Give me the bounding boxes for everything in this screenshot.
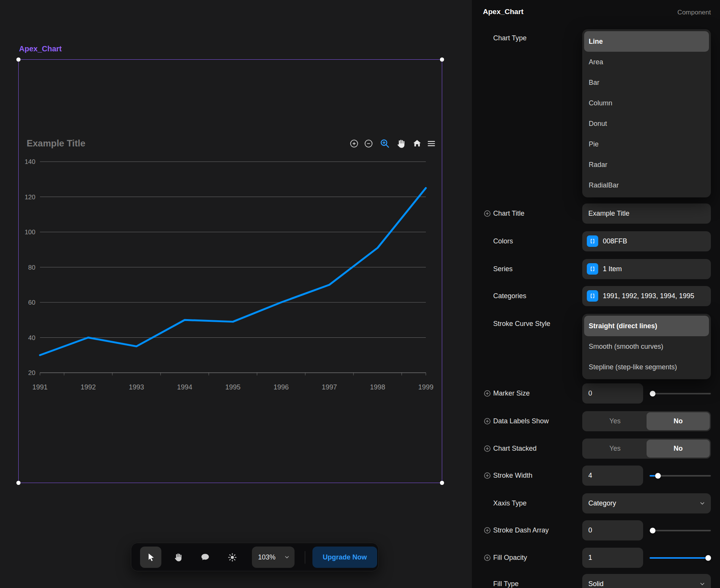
hand-tool-button[interactable] [169,549,186,566]
slider-thumb[interactable] [650,391,655,396]
upgrade-now-button[interactable]: Upgrade Now [312,547,377,568]
y-axis-label: 120 [25,194,35,201]
marker-size-input[interactable]: 0 [582,383,643,404]
chart-type-option[interactable]: Radar [584,154,709,175]
resize-handle-top-left[interactable] [16,57,21,62]
selection-zoom-icon[interactable] [379,138,390,149]
series-array-control[interactable]: 1 Item [582,259,711,279]
stroke-dash-array-slider[interactable] [650,520,711,540]
stroke-curve-option[interactable]: Smooth (smooth curves) [584,336,709,357]
slider-thumb[interactable] [655,473,661,478]
slider-thumb[interactable] [705,555,711,561]
fill-type-row: Fill Type Solid [472,574,720,588]
toggle-option-yes[interactable]: Yes [583,412,647,430]
chart-type-option[interactable]: Donut [584,113,709,134]
xaxis-type-label: Xaxis Type [493,493,527,513]
toggle-option-no[interactable]: No [647,412,710,430]
add-override-icon[interactable] [484,445,491,452]
array-icon [587,263,598,275]
add-override-icon[interactable] [484,390,491,397]
chart-type-label: Chart Type [493,28,527,48]
fill-opacity-label: Fill Opacity [493,548,527,568]
toggle-option-no[interactable]: No [647,440,710,458]
chart-type-option[interactable]: RadialBar [584,175,709,195]
colors-row: Colors 008FFB [472,231,720,251]
panel-title: Apex_Chart [483,8,524,16]
x-axis-label: 1995 [225,383,241,391]
zoom-level-control[interactable]: 103% [252,547,295,568]
resize-handle-top-right[interactable] [440,57,444,62]
xaxis-type-dropdown[interactable]: Category [582,493,711,513]
chart-title-value: Example Title [588,203,706,224]
chart-type-option[interactable]: Bar [584,72,709,93]
stroke-width-row: Stroke Width 4 [472,466,720,486]
apex-chart-component-frame[interactable]: 1401201008060402019911992199319941995199… [18,59,442,483]
pan-icon[interactable] [395,138,406,149]
series-row: Series 1 Item [472,259,720,279]
toggle-option-yes[interactable]: Yes [583,440,647,458]
zoom-out-icon[interactable] [363,138,374,149]
categories-label: Categories [493,286,526,306]
x-axis-label: 1993 [129,383,144,391]
fill-opacity-input[interactable]: 1 [582,548,643,568]
slider-track[interactable] [650,530,711,531]
slider-track[interactable] [650,393,711,394]
stroke-width-input[interactable]: 4 [582,466,643,486]
chart-type-option[interactable]: Column [584,93,709,113]
zoom-level-value: 103% [258,547,276,568]
slider-thumb[interactable] [650,528,655,533]
x-axis-label: 1998 [370,383,385,391]
add-override-icon[interactable] [484,472,491,479]
chart-type-option[interactable]: Area [584,52,709,72]
stroke-curve-option[interactable]: Stepline (step-like segments) [584,357,709,377]
comment-tool-button[interactable] [196,549,213,566]
stroke-dash-array-input[interactable]: 0 [582,520,643,540]
categories-array-control[interactable]: 1991, 1992, 1993, 1994, 1995 [582,286,711,306]
fill-type-dropdown[interactable]: Solid [582,574,711,588]
marker-size-row: Marker Size 0 [472,383,720,404]
x-axis-label: 1996 [274,383,289,391]
add-override-icon[interactable] [484,418,491,425]
zoom-in-icon[interactable] [348,138,360,149]
fill-opacity-row: Fill Opacity 1 [472,548,720,568]
selection-label[interactable]: Apex_Chart [19,44,62,53]
menu-icon[interactable] [425,138,437,149]
chevron-down-icon [284,554,290,562]
add-override-icon[interactable] [484,554,491,561]
chevron-down-icon [699,500,706,508]
chart-series-line [40,188,426,355]
theme-tool-icon [227,552,237,563]
chart-title-input[interactable]: Example Title [582,203,711,224]
marker-size-slider[interactable] [650,383,711,404]
stroke-dash-array-row: Stroke Dash Array 0 [472,520,720,540]
theme-tool-button[interactable] [224,549,241,566]
xaxis-type-value: Category [588,493,706,513]
hand-tool-icon [173,552,183,562]
properties-panel: Apex_Chart Component Chart Type LineArea… [472,0,720,588]
design-canvas[interactable]: Apex_Chart 14012010080604020199119921993… [0,0,472,588]
chart-type-option[interactable]: Pie [584,134,709,154]
add-override-icon[interactable] [484,527,491,534]
x-axis-label: 1997 [322,383,337,391]
data-labels-show-label: Data Labels Show [493,411,549,431]
select-tool-button[interactable] [140,547,161,568]
toolbar-divider [305,551,305,564]
xaxis-type-row: Xaxis Type Category [472,493,720,513]
resize-handle-bottom-left[interactable] [16,481,21,485]
add-override-icon[interactable] [484,210,491,217]
home-icon[interactable] [411,138,423,149]
colors-array-control[interactable]: 008FFB [582,231,711,251]
colors-value: 008FFB [603,231,708,251]
y-axis-label: 40 [28,334,35,342]
data-labels-show-row: Data Labels Show Yes No [472,411,720,431]
chart-title-row: Chart Title Example Title [472,203,720,224]
resize-handle-bottom-right[interactable] [440,481,444,485]
fill-opacity-value: 1 [588,548,639,568]
stroke-width-slider[interactable] [650,466,711,486]
chart-type-option[interactable]: Line [584,31,709,52]
fill-opacity-slider[interactable] [650,548,711,568]
stroke-curve-option[interactable]: Straight (direct lines) [584,316,709,336]
canvas-toolbar: 103% Upgrade Now [131,543,379,571]
chart-stacked-label: Chart Stacked [493,439,537,459]
y-axis-label: 140 [25,158,35,165]
